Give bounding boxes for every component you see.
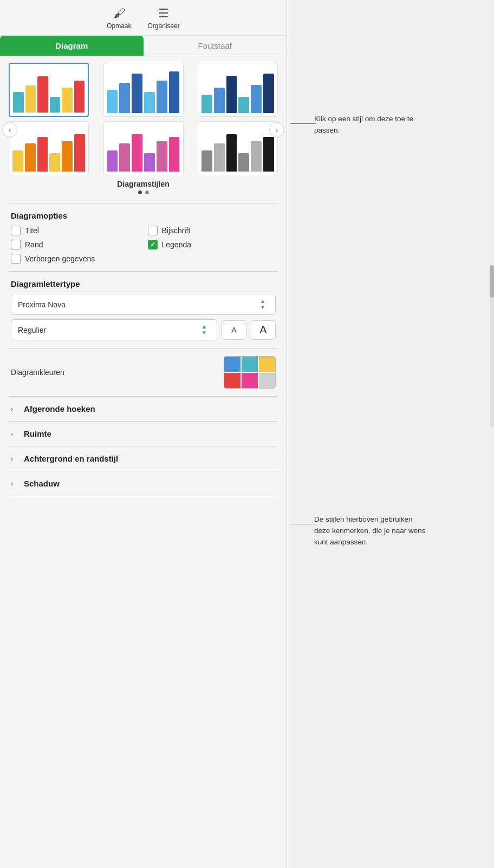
color-cell-2[interactable] xyxy=(242,357,258,372)
expandable-ruimte[interactable]: › Ruimte xyxy=(0,422,287,446)
checkbox-bijschrift[interactable]: Bijschrift xyxy=(148,226,276,235)
font-style-dropdown[interactable]: Regulier ▲ ▼ xyxy=(11,319,217,340)
opmaak-label: Opmaak xyxy=(107,22,131,30)
chart-styles-section: ‹ › Diagramstijlen xyxy=(0,56,287,203)
chart-row-2 xyxy=(9,121,278,175)
diagram-opties-section: Diagramopties Titel Bijschrift Rand xyxy=(0,203,287,271)
chart-thumb-5[interactable] xyxy=(103,121,184,175)
dot-2[interactable] xyxy=(145,190,149,194)
checkbox-titel-label: Titel xyxy=(25,226,39,235)
chart-thumb-6[interactable] xyxy=(198,121,278,175)
callout-bottom-text: De stijlen hierboven gebruiken deze kenm… xyxy=(314,514,428,548)
chart-thumb-4[interactable] xyxy=(9,121,89,175)
opmaak-button[interactable]: 🖌 Opmaak xyxy=(107,6,131,30)
expandable-achtergrond-label: Achtergrond en randstijl xyxy=(24,454,118,463)
colors-label: Diagramkleuren xyxy=(11,368,64,377)
checkbox-verborgen-box[interactable] xyxy=(11,254,21,264)
checkbox-verborgen[interactable]: Verborgen gegevens xyxy=(11,254,276,264)
chart-row-1 xyxy=(9,63,278,117)
checkbox-rand-label: Rand xyxy=(25,240,43,249)
checkbox-titel-box[interactable] xyxy=(11,226,21,235)
font-style-stepper: ▲ ▼ xyxy=(198,324,210,336)
tab-diagram[interactable]: Diagram xyxy=(0,36,144,56)
color-cell-6[interactable] xyxy=(259,373,275,388)
checkbox-legenda-box[interactable] xyxy=(148,240,158,249)
expandable-hoeken[interactable]: › Afgeronde hoeken xyxy=(0,397,287,421)
font-name-value: Proxima Nova xyxy=(18,300,66,309)
expandable-achtergrond[interactable]: › Achtergrond en randstijl xyxy=(0,446,287,471)
organiseer-button[interactable]: ☰ Organiseer xyxy=(147,6,179,30)
font-stepper-icon: ▲ ▼ xyxy=(257,299,269,310)
checkbox-legenda[interactable]: Legenda xyxy=(148,240,276,249)
chart-thumb-1[interactable] xyxy=(9,63,89,117)
color-grid[interactable] xyxy=(224,356,276,389)
diagram-opties-header: Diagramopties xyxy=(11,211,276,220)
font-decrease-button[interactable]: A xyxy=(222,320,246,340)
checkbox-bijschrift-box[interactable] xyxy=(148,226,158,235)
organiseer-icon: ☰ xyxy=(158,6,169,21)
callout-top-line xyxy=(290,123,316,124)
expand-hoeken-icon: › xyxy=(11,405,20,413)
callout-top: Klik op een stijl om deze toe te passen. xyxy=(314,114,428,136)
checkbox-legenda-label: Legenda xyxy=(162,240,192,249)
scrollbar-thumb[interactable] xyxy=(490,265,494,298)
tab-foutstaaf[interactable]: Foutstaaf xyxy=(144,36,287,56)
expand-ruimte-icon: › xyxy=(11,430,20,438)
font-style-value: Regulier xyxy=(18,326,46,334)
callout-top-text: Klik op een stijl om deze toe te passen. xyxy=(314,114,428,136)
expandable-schaduw[interactable]: › Schaduw xyxy=(0,471,287,496)
dot-1[interactable] xyxy=(138,190,142,194)
font-name-dropdown[interactable]: Proxima Nova ▲ ▼ xyxy=(11,294,276,315)
font-header: Diagramlettertype xyxy=(11,279,276,288)
chart-thumb-3[interactable] xyxy=(198,63,278,117)
expand-achtergrond-icon: › xyxy=(11,455,20,463)
prev-arrow[interactable]: ‹ xyxy=(2,122,17,137)
scrollbar[interactable] xyxy=(490,265,494,428)
font-increase-button[interactable]: A xyxy=(251,320,276,340)
paintbrush-icon: 🖌 xyxy=(113,6,125,21)
expandable-ruimte-label: Ruimte xyxy=(24,429,51,438)
font-section: Diagramlettertype Proxima Nova ▲ ▼ Regul… xyxy=(0,272,287,348)
expandable-hoeken-label: Afgeronde hoeken xyxy=(24,404,95,413)
chart-thumb-2[interactable] xyxy=(103,63,184,117)
divider-8 xyxy=(9,496,278,496)
color-cell-4[interactable] xyxy=(224,373,240,388)
checkbox-rand[interactable]: Rand xyxy=(11,240,139,249)
checkbox-titel[interactable]: Titel xyxy=(11,226,139,235)
expandable-schaduw-label: Schaduw xyxy=(24,479,60,488)
checkbox-bijschrift-label: Bijschrift xyxy=(162,226,191,235)
font-increase-label: A xyxy=(259,324,266,336)
checkbox-verborgen-label: Verborgen gegevens xyxy=(25,254,95,263)
expand-schaduw-icon: › xyxy=(11,480,20,488)
color-cell-5[interactable] xyxy=(242,373,258,388)
toolbar: 🖌 Opmaak ☰ Organiseer xyxy=(0,0,287,36)
font-row: Regulier ▲ ▼ A A xyxy=(11,319,276,340)
checkbox-grid: Titel Bijschrift Rand Legenda xyxy=(11,226,276,264)
tab-bar: Diagram Foutstaaf xyxy=(0,36,287,56)
color-cell-3[interactable] xyxy=(259,357,275,372)
organiseer-label: Organiseer xyxy=(147,22,179,30)
colors-section: Diagramkleuren xyxy=(0,348,287,396)
checkbox-rand-box[interactable] xyxy=(11,240,21,249)
next-arrow[interactable]: › xyxy=(269,122,284,137)
font-decrease-label: A xyxy=(231,326,236,334)
callout-bottom: De stijlen hierboven gebruiken deze kenm… xyxy=(314,514,428,548)
callout-bottom-line xyxy=(290,524,316,524)
page-dots xyxy=(9,190,278,194)
color-cell-1[interactable] xyxy=(224,357,240,372)
chart-styles-title: Diagramstijlen xyxy=(9,180,278,188)
